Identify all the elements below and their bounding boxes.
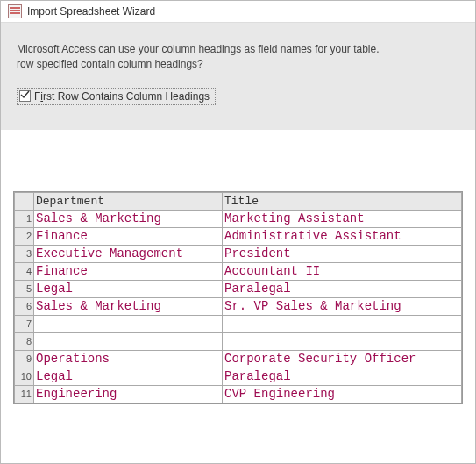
preview-grid: Department Title 1Sales & MarketingMarke… (13, 191, 463, 404)
first-row-headings-checkbox[interactable] (19, 90, 31, 102)
table-row[interactable]: 10LegalParalegal (15, 368, 462, 385)
cell-title: Administrative Assistant (223, 227, 462, 245)
cell-department: Executive Management (34, 245, 223, 262)
row-number: 1 (15, 210, 34, 227)
header-department[interactable]: Department (34, 192, 223, 210)
cell-department: Sales & Marketing (34, 297, 223, 315)
table-row[interactable]: 5LegalParalegal (15, 280, 462, 297)
table-row[interactable]: 9OperationsCorporate Security Officer (15, 350, 462, 368)
instructions-line1: Microsoft Access can use your column hea… (17, 43, 380, 55)
cell-department: Legal (34, 368, 223, 385)
cell-title: Sr. VP Sales & Marketing (223, 297, 462, 315)
cell-title: CVP Engineering (223, 385, 462, 403)
first-row-headings-option[interactable]: First Row Contains Column Headings (17, 88, 216, 105)
cell-department: Finance (34, 227, 223, 245)
instructions-line2: row specified contain column headings? (17, 58, 203, 70)
data-table: Department Title 1Sales & MarketingMarke… (14, 192, 462, 403)
check-icon (20, 90, 30, 100)
titlebar: Import Spreadsheet Wizard (1, 1, 475, 23)
window-title: Import Spreadsheet Wizard (27, 5, 155, 18)
row-number: 7 (15, 315, 34, 332)
cell-title (223, 332, 462, 350)
cell-department (34, 315, 223, 332)
row-number: 2 (15, 227, 34, 245)
row-number: 9 (15, 350, 34, 368)
wizard-content: Microsoft Access can use your column hea… (1, 23, 475, 130)
cell-department: Sales & Marketing (34, 210, 223, 227)
header-row: Department Title (15, 192, 462, 210)
table-row[interactable]: 8 (15, 332, 462, 350)
svg-rect-1 (10, 7, 20, 9)
header-rownum[interactable] (15, 192, 34, 210)
svg-rect-3 (10, 12, 20, 14)
row-number: 8 (15, 332, 34, 350)
table-row[interactable]: 2FinanceAdministrative Assistant (15, 227, 462, 245)
cell-department: Finance (34, 262, 223, 280)
svg-rect-2 (10, 10, 20, 11)
cell-title: Corporate Security Officer (223, 350, 462, 368)
cell-title: Marketing Assistant (223, 210, 462, 227)
spacer (1, 130, 475, 191)
cell-department: Operations (34, 350, 223, 368)
cell-department (34, 332, 223, 350)
cell-title: Paralegal (223, 280, 462, 297)
cell-title: President (223, 245, 462, 262)
table-row[interactable]: 1Sales & MarketingMarketing Assistant (15, 210, 462, 227)
row-number: 6 (15, 297, 34, 315)
row-number: 11 (15, 385, 34, 403)
cell-title: Accountant II (223, 262, 462, 280)
instructions-text: Microsoft Access can use your column hea… (17, 42, 459, 72)
table-row[interactable]: 6Sales & MarketingSr. VP Sales & Marketi… (15, 297, 462, 315)
table-row[interactable]: 4FinanceAccountant II (15, 262, 462, 280)
row-number: 4 (15, 262, 34, 280)
cell-title: Paralegal (223, 368, 462, 385)
table-row[interactable]: 3Executive ManagementPresident (15, 245, 462, 262)
table-row[interactable]: 7 (15, 315, 462, 332)
cell-department: Engineering (34, 385, 223, 403)
wizard-icon (8, 4, 22, 18)
cell-title (223, 315, 462, 332)
row-number: 5 (15, 280, 34, 297)
wizard-window: Import Spreadsheet Wizard Microsoft Acce… (0, 0, 476, 464)
row-number: 3 (15, 245, 34, 262)
cell-department: Legal (34, 280, 223, 297)
first-row-headings-label: First Row Contains Column Headings (34, 90, 210, 103)
table-row[interactable]: 11EngineeringCVP Engineering (15, 385, 462, 403)
header-title[interactable]: Title (223, 192, 462, 210)
row-number: 10 (15, 368, 34, 385)
